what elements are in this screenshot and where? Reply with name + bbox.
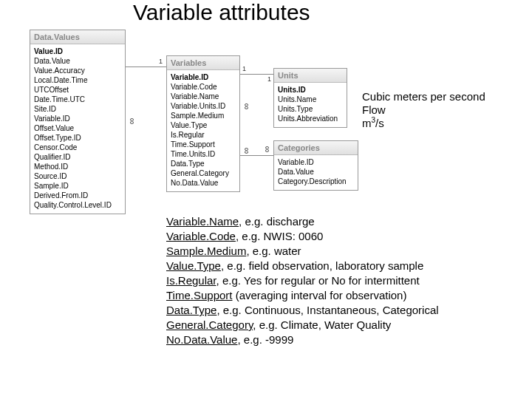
page-title: Variable attributes — [133, 0, 310, 25]
description-term: Sample.Medium — [166, 245, 246, 257]
table-header-data-values: Data.Values — [30, 30, 125, 44]
field: Quality.Control.Level.ID — [34, 200, 121, 210]
description-term: Is.Regular — [166, 274, 216, 287]
description-eg: , e.g. field observation, laboratory sam… — [221, 259, 423, 272]
field: Variable.ID — [34, 114, 121, 123]
description-term: General.Category — [166, 318, 253, 331]
field: Offset.Value — [34, 123, 121, 133]
units-annotation: Cubic meters per second Flow m3/s — [362, 90, 485, 130]
cardinality-one: 1 — [267, 75, 271, 83]
description-eg: , e.g. Continuous, Instantaneous, Catego… — [216, 304, 438, 316]
description-eg: , e.g. Climate, Water Quality — [253, 318, 391, 331]
description-eg: , e.g. discharge — [239, 215, 315, 228]
field: Variable.ID — [278, 157, 354, 167]
connector — [126, 66, 166, 67]
field: Source.ID — [34, 171, 121, 181]
cardinality-infinity: ∞ — [265, 146, 271, 154]
description-term: Variable.Code — [166, 230, 236, 242]
description-line: Time.Support (averaging interval for obs… — [166, 288, 439, 303]
table-body-variables: Variable.ID Variable.Code Variable.Name … — [167, 70, 239, 191]
table-header-categories: Categories — [274, 141, 358, 155]
description-line: Is.Regular, e.g. Yes for regular or No f… — [166, 273, 439, 288]
field: Units.ID — [278, 85, 343, 95]
table-variables: Variables Variable.ID Variable.Code Vari… — [166, 55, 240, 192]
descriptions-block: Variable.Name, e.g. discharge Variable.C… — [166, 214, 439, 347]
table-body-data-values: Value.ID Data.Value Value.Accuracy Local… — [30, 44, 125, 214]
field: Value.Accuracy — [34, 66, 121, 75]
description-term: No.Data.Value — [166, 333, 237, 346]
field: Time.Support — [171, 140, 236, 149]
field: Data.Type — [171, 159, 236, 168]
table-header-units: Units — [274, 69, 347, 83]
connector — [240, 74, 273, 75]
field: Site.ID — [34, 104, 121, 114]
field: Censor.Code — [34, 143, 121, 152]
field: Variable.Units.ID — [171, 101, 236, 111]
cardinality-infinity: ∞ — [244, 148, 250, 155]
description-eg: , e.g. -9999 — [237, 333, 293, 346]
description-line: General.Category, e.g. Climate, Water Qu… — [166, 318, 439, 332]
cardinality-one: 1 — [242, 65, 246, 72]
field: Value.ID — [34, 47, 121, 56]
field: Category.Description — [278, 177, 354, 186]
connector — [240, 155, 273, 156]
field: Sample.Medium — [171, 111, 236, 120]
field: General.Category — [171, 168, 236, 178]
field: Qualifier.ID — [34, 152, 121, 162]
description-term: Data.Type — [166, 304, 216, 316]
field: Variable.Code — [171, 82, 236, 92]
infinity-icon: ∞ — [244, 103, 250, 110]
table-body-units: Units.ID Units.Name Units.Type Units.Abb… — [274, 83, 347, 127]
table-data-values: Data.Values Value.ID Data.Value Value.Ac… — [30, 30, 126, 214]
cardinality-one: 1 — [159, 58, 163, 65]
infinity-icon: ∞ — [244, 148, 250, 154]
description-line: Sample.Medium, e.g. water — [166, 244, 439, 259]
field: Sample.ID — [34, 181, 121, 191]
annotation-unit-s: /s — [375, 117, 384, 129]
description-term: Value.Type — [166, 259, 221, 272]
field: Variable.ID — [171, 72, 236, 82]
description-term: Time.Support — [166, 289, 232, 301]
description-term: Variable.Name — [166, 215, 239, 228]
field: Units.Type — [278, 104, 343, 114]
description-line: Variable.Code, e.g. NWIS: 0060 — [166, 229, 439, 244]
description-line: Value.Type, e.g. field observation, labo… — [166, 259, 439, 273]
table-header-variables: Variables — [167, 56, 239, 70]
table-categories: Categories Variable.ID Data.Value Catego… — [273, 140, 358, 191]
field: Method.ID — [34, 162, 121, 171]
field: Units.Abbreviation — [278, 114, 343, 123]
infinity-icon: ∞ — [265, 146, 270, 153]
field: UTCOffset — [34, 85, 121, 95]
description-eg: , e.g. Yes for regular or No for intermi… — [216, 274, 420, 287]
description-eg: , e.g. water — [246, 245, 301, 257]
field: Offset.Type.ID — [34, 133, 121, 143]
field: Units.Name — [278, 95, 343, 104]
description-line: Data.Type, e.g. Continuous, Instantaneou… — [166, 303, 439, 318]
annotation-line: Cubic meters per second — [362, 90, 485, 103]
field: Value.Type — [171, 120, 236, 130]
field: Derived.From.ID — [34, 191, 121, 200]
annotation-unit-m: m — [362, 117, 372, 129]
field: Is.Regular — [171, 130, 236, 140]
field: Data.Value — [34, 56, 121, 66]
description-eg: (averaging interval for observation) — [232, 289, 406, 301]
description-line: Variable.Name, e.g. discharge — [166, 214, 439, 229]
annotation-line: Flow — [362, 103, 485, 117]
table-body-categories: Variable.ID Data.Value Category.Descript… — [274, 155, 358, 190]
field: Local.Date.Time — [34, 75, 121, 85]
annotation-line: m3/s — [362, 117, 485, 130]
field: Variable.Name — [171, 92, 236, 101]
cardinality-infinity: ∞ — [129, 118, 136, 126]
table-units: Units Units.ID Units.Name Units.Type Uni… — [273, 68, 347, 128]
cardinality-infinity: ∞ — [244, 103, 250, 111]
field: Data.Value — [278, 167, 354, 177]
description-eg: , e.g. NWIS: 0060 — [236, 230, 323, 242]
field: Time.Units.ID — [171, 149, 236, 159]
field: Date.Time.UTC — [34, 95, 121, 104]
field: No.Data.Value — [171, 178, 236, 188]
infinity-icon: ∞ — [129, 118, 135, 125]
description-line: No.Data.Value, e.g. -9999 — [166, 332, 439, 347]
